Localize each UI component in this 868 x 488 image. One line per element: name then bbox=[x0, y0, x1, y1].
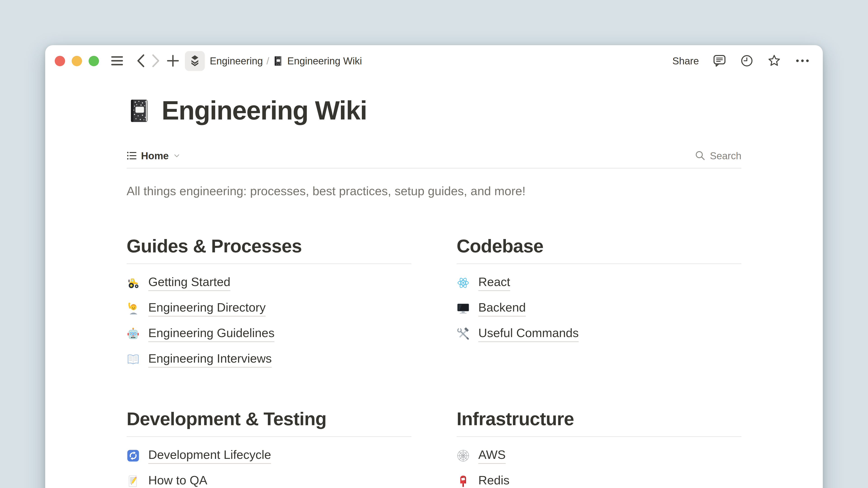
sidebar-menu-button[interactable] bbox=[111, 56, 123, 67]
search-button[interactable]: Search bbox=[694, 150, 741, 162]
breadcrumb-parent-label: Engineering bbox=[210, 55, 263, 67]
close-window-button[interactable] bbox=[55, 56, 65, 66]
page-link-label: Redis bbox=[478, 473, 509, 488]
page-link-useful-commands[interactable]: Useful Commands bbox=[457, 325, 741, 343]
page-link-label: Getting Started bbox=[148, 275, 230, 291]
chevron-down-icon bbox=[173, 152, 181, 160]
traffic-lights bbox=[55, 56, 99, 66]
memo-emoji-icon bbox=[127, 475, 140, 488]
page-title-row: Engineering Wiki bbox=[127, 96, 741, 125]
notion-window: Engineering / Engineering Wiki Share bbox=[45, 45, 823, 488]
desktop-computer-emoji-icon bbox=[457, 302, 470, 315]
spider-web-emoji-icon bbox=[457, 449, 470, 462]
back-button[interactable] bbox=[136, 54, 145, 68]
page-link-getting-started[interactable]: Getting Started bbox=[127, 274, 411, 292]
tractor-emoji-icon bbox=[127, 276, 140, 289]
sections-grid: Guides & Processes Getting Started Engin… bbox=[127, 235, 741, 488]
star-icon bbox=[767, 54, 781, 68]
workspace-switcher-button[interactable] bbox=[185, 51, 205, 71]
breadcrumb-current-link[interactable]: Engineering Wiki bbox=[273, 55, 362, 67]
comment-bubble-icon bbox=[712, 54, 726, 68]
notebook-emoji-icon bbox=[127, 98, 153, 124]
section-links: AWS Redis bbox=[457, 447, 741, 488]
history-button[interactable] bbox=[740, 54, 754, 68]
bulleted-list-icon bbox=[127, 151, 137, 162]
divider bbox=[457, 436, 741, 437]
page-content: Engineering Wiki Home Search All th bbox=[127, 77, 741, 488]
page-link-label: Backend bbox=[478, 300, 526, 317]
section-codebase: Codebase React Backend bbox=[457, 235, 741, 376]
divider bbox=[127, 168, 741, 168]
page-link-engineering-directory[interactable]: Engineering Directory bbox=[127, 300, 411, 317]
section-guides-processes: Guides & Processes Getting Started Engin… bbox=[127, 235, 411, 376]
search-icon bbox=[694, 150, 706, 162]
chevron-left-icon bbox=[136, 54, 145, 68]
hammer-and-wrench-emoji-icon bbox=[457, 327, 470, 340]
page-link-label: React bbox=[478, 275, 510, 291]
section-links: React Backend Useful Commands bbox=[457, 274, 741, 343]
favorite-button[interactable] bbox=[767, 54, 781, 68]
page-title: Engineering Wiki bbox=[162, 96, 367, 125]
page-link-engineering-interviews[interactable]: Engineering Interviews bbox=[127, 351, 411, 368]
comments-button[interactable] bbox=[712, 54, 726, 68]
breadcrumb: Engineering / Engineering Wiki bbox=[210, 55, 362, 67]
page-link-engineering-guidelines[interactable]: Engineering Guidelines bbox=[127, 325, 411, 343]
plus-icon bbox=[167, 55, 179, 68]
react-logo-icon bbox=[457, 276, 470, 289]
section-development-testing: Development & Testing Development Lifecy… bbox=[127, 408, 411, 488]
postbox-emoji-icon bbox=[457, 475, 470, 488]
open-book-emoji-icon bbox=[127, 353, 140, 366]
person-raising-hand-emoji-icon bbox=[127, 302, 140, 315]
view-tabs-row: Home Search bbox=[127, 150, 741, 162]
hamburger-icon bbox=[111, 56, 123, 67]
more-options-button[interactable] bbox=[795, 57, 810, 66]
page-description: All things engineering: processes, best … bbox=[127, 183, 741, 199]
counterclockwise-arrows-emoji-icon bbox=[127, 449, 140, 462]
section-heading: Infrastructure bbox=[457, 408, 741, 430]
section-heading: Development & Testing bbox=[127, 408, 411, 430]
page-link-backend[interactable]: Backend bbox=[457, 300, 741, 317]
robot-emoji-icon bbox=[127, 327, 140, 340]
section-links: Getting Started Engineering Directory En… bbox=[127, 274, 411, 368]
section-links: Development Lifecycle How to QA bbox=[127, 447, 411, 488]
forward-button[interactable] bbox=[151, 54, 160, 68]
breadcrumb-separator: / bbox=[267, 55, 269, 67]
page-link-development-lifecycle[interactable]: Development Lifecycle bbox=[127, 447, 411, 464]
page-link-label: AWS bbox=[478, 448, 506, 464]
page-link-react[interactable]: React bbox=[457, 274, 741, 292]
share-button[interactable]: Share bbox=[673, 55, 699, 67]
page-link-label: How to QA bbox=[148, 473, 207, 488]
breadcrumb-current-label: Engineering Wiki bbox=[287, 55, 362, 67]
divider bbox=[127, 436, 411, 437]
layers-stack-icon bbox=[188, 54, 202, 68]
minimize-window-button[interactable] bbox=[72, 56, 82, 66]
page-link-label: Development Lifecycle bbox=[148, 448, 271, 464]
search-label: Search bbox=[710, 150, 741, 162]
page-link-label: Useful Commands bbox=[478, 326, 579, 342]
section-heading: Guides & Processes bbox=[127, 235, 411, 257]
new-page-button[interactable] bbox=[167, 55, 179, 68]
breadcrumb-parent-link[interactable]: Engineering bbox=[210, 55, 263, 67]
toolbar-right-group: Share bbox=[673, 54, 810, 68]
section-heading: Codebase bbox=[457, 235, 741, 257]
page-link-how-to-qa[interactable]: How to QA bbox=[127, 473, 411, 488]
tab-home-label: Home bbox=[141, 150, 168, 162]
clock-icon bbox=[740, 54, 754, 68]
zoom-window-button[interactable] bbox=[89, 56, 99, 66]
tab-home[interactable]: Home bbox=[127, 150, 181, 162]
page-link-redis[interactable]: Redis bbox=[457, 473, 741, 488]
ellipsis-icon bbox=[795, 57, 810, 66]
section-infrastructure: Infrastructure AWS Redis bbox=[457, 408, 741, 488]
chevron-right-icon bbox=[151, 54, 160, 68]
page-link-label: Engineering Guidelines bbox=[148, 326, 274, 342]
window-toolbar: Engineering / Engineering Wiki Share bbox=[45, 45, 823, 77]
page-link-aws[interactable]: AWS bbox=[457, 447, 741, 464]
page-link-label: Engineering Directory bbox=[148, 300, 266, 317]
page-link-label: Engineering Interviews bbox=[148, 351, 272, 367]
divider bbox=[457, 263, 741, 264]
divider bbox=[127, 263, 411, 264]
notebook-emoji-icon bbox=[273, 56, 284, 66]
